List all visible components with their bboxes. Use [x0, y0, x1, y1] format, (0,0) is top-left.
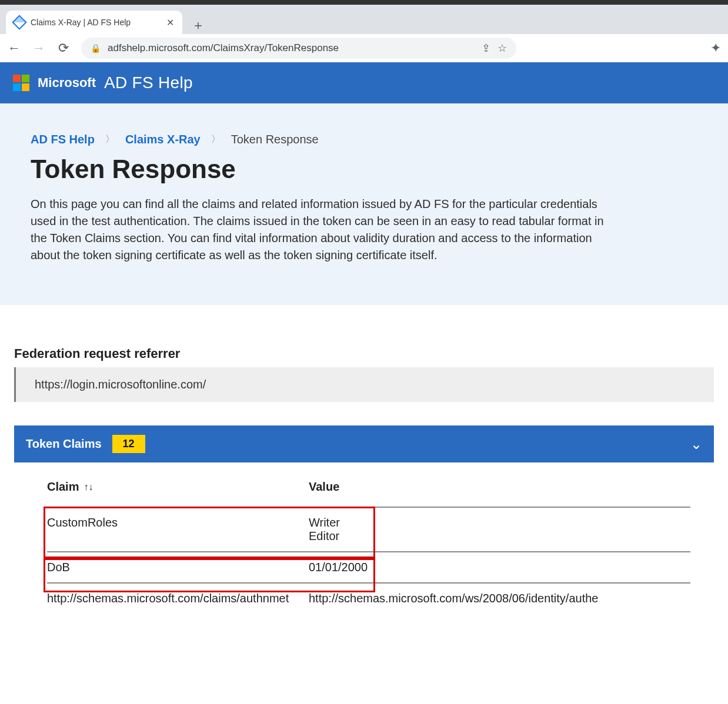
cell-value: 01/01/2000	[309, 561, 690, 574]
app-header: Microsoft AD FS Help	[0, 62, 728, 103]
page-title: Token Response	[31, 155, 697, 184]
browser-tab[interactable]: Claims X-Ray | AD FS Help ✕	[6, 11, 182, 34]
column-header-claim[interactable]: Claim ↑↓	[47, 480, 309, 494]
share-icon[interactable]: ⇪	[482, 42, 490, 55]
cell-value: Writer Editor	[309, 516, 690, 543]
breadcrumb: AD FS Help 〉 Claims X-Ray 〉 Token Respon…	[31, 133, 697, 146]
chevron-right-icon: 〉	[105, 133, 115, 146]
breadcrumb-current: Token Response	[231, 133, 319, 146]
table-row: CustomRoles Writer Editor	[47, 508, 690, 552]
table-header: Claim ↑↓ Value	[47, 480, 690, 508]
panel-title: Token Claims	[26, 437, 102, 451]
referrer-value: https://login.microsoftonline.com/	[14, 367, 714, 402]
back-button[interactable]: ←	[7, 41, 21, 56]
forward-button[interactable]: →	[32, 41, 46, 56]
browser-chrome: Claims X-Ray | AD FS Help ✕ ＋	[0, 0, 728, 34]
table-row: http://schemas.microsoft.com/claims/auth…	[47, 584, 690, 614]
table-row: DoB 01/01/2000	[47, 552, 690, 584]
claims-table: Claim ↑↓ Value CustomRoles Writer Editor…	[47, 480, 690, 614]
cell-claim: DoB	[47, 561, 309, 574]
column-header-value[interactable]: Value	[309, 480, 690, 494]
lock-icon: 🔒	[91, 43, 101, 53]
reload-button[interactable]: ⟳	[56, 41, 71, 56]
claims-count-badge: 12	[112, 435, 145, 453]
tab-strip: Claims X-Ray | AD FS Help ✕ ＋	[0, 5, 728, 34]
product-label: AD FS Help	[104, 73, 193, 92]
page-description: On this page you can find all the claims…	[31, 196, 619, 264]
chevron-right-icon: 〉	[211, 133, 221, 146]
cell-value: http://schemas.microsoft.com/ws/2008/06/…	[309, 592, 690, 605]
tab-title: Claims X-Ray | AD FS Help	[31, 18, 161, 27]
brand-label: Microsoft	[38, 75, 96, 90]
cell-claim: http://schemas.microsoft.com/claims/auth…	[47, 592, 309, 605]
favicon-icon	[12, 15, 26, 29]
extensions-icon[interactable]: ✦	[710, 41, 721, 56]
bookmark-icon[interactable]: ☆	[497, 42, 507, 55]
cell-claim: CustomRoles	[47, 516, 309, 543]
chevron-down-icon: ⌄	[690, 436, 702, 452]
new-tab-button[interactable]: ＋	[188, 16, 208, 34]
main-content: Federation request referrer https://logi…	[0, 305, 728, 625]
breadcrumb-link-root[interactable]: AD FS Help	[31, 133, 95, 146]
referrer-label: Federation request referrer	[14, 346, 714, 361]
close-tab-icon[interactable]: ✕	[166, 17, 174, 28]
column-header-claim-label: Claim	[47, 480, 79, 494]
address-bar[interactable]: 🔒 adfshelp.microsoft.com/ClaimsXray/Toke…	[81, 38, 516, 59]
hero-section: AD FS Help 〉 Claims X-Ray 〉 Token Respon…	[0, 103, 728, 305]
url-text: adfshelp.microsoft.com/ClaimsXray/TokenR…	[108, 42, 339, 54]
token-claims-panel-header[interactable]: Token Claims 12 ⌄	[14, 425, 714, 462]
microsoft-logo-icon	[13, 75, 29, 91]
sort-icon[interactable]: ↑↓	[84, 482, 93, 492]
browser-toolbar: ← → ⟳ 🔒 adfshelp.microsoft.com/ClaimsXra…	[0, 34, 728, 62]
breadcrumb-link-claimsxray[interactable]: Claims X-Ray	[125, 133, 201, 146]
